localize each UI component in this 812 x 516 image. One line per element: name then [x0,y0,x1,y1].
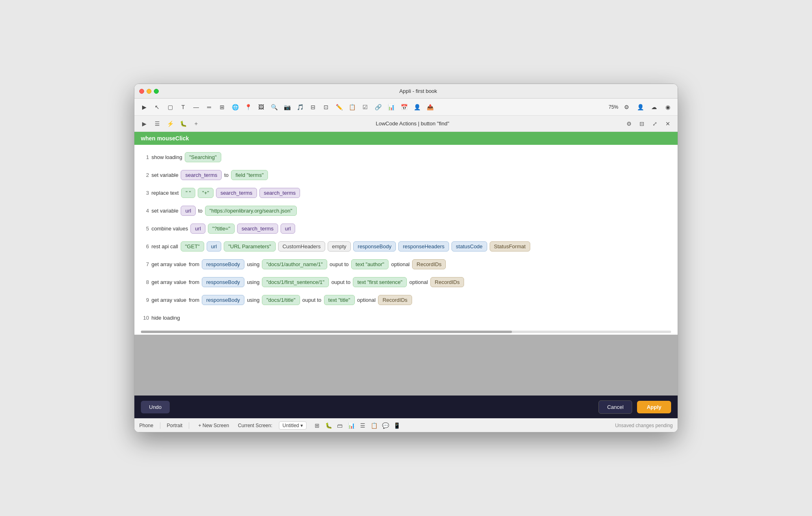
chip[interactable]: RecordIDs [378,295,412,305]
chip[interactable]: search_terms [237,224,278,234]
chip[interactable]: "Searching" [185,152,221,162]
phone-label: Phone [139,423,153,428]
chip[interactable]: "GET" [181,241,204,252]
row-label: set variable [151,208,178,214]
preview-icon[interactable]: 📱 [393,421,401,430]
chip[interactable]: responseBody [202,295,244,305]
chip[interactable]: url [207,241,221,252]
chip[interactable]: "https://openlibrary.org/search.json" [205,206,297,216]
data-icon[interactable]: 📊 [347,421,355,430]
apply-button[interactable]: Apply [637,401,671,413]
share-button[interactable]: 📤 [424,101,436,113]
status-bar: Phone Portrait + New Screen Current Scre… [134,418,678,432]
profile-icon[interactable]: ◉ [662,101,674,113]
input-button[interactable]: ⊡ [320,101,332,113]
chip[interactable]: text "author" [351,259,389,269]
text-button[interactable]: T [177,101,189,113]
split-icon[interactable]: ⊟ [637,119,647,129]
chat-icon[interactable]: 💬 [381,421,389,430]
maximize-button[interactable] [154,89,159,94]
globe-button[interactable]: 🌐 [229,101,241,113]
chip[interactable]: search_terms [216,188,257,198]
chip-plain: to [224,172,229,178]
layout-button[interactable]: ⊟ [307,101,319,113]
chip[interactable]: url [181,206,195,216]
scrollbar-thumb[interactable] [141,331,512,333]
row-number: 6 [141,243,149,249]
chip[interactable]: search_terms [259,188,300,198]
close-button[interactable] [139,89,144,94]
chip[interactable]: "docs/1/title" [262,295,300,305]
edit-button[interactable]: ✏️ [333,101,345,113]
play-button[interactable]: ▶ [138,101,150,113]
chip[interactable]: search_terms [181,170,222,180]
form-button[interactable]: 📋 [346,101,358,113]
close-icon[interactable]: ✕ [663,119,673,129]
cursor-button[interactable]: ↖ [151,101,163,113]
chart-button[interactable]: 📊 [385,101,397,113]
link-button[interactable]: 🔗 [372,101,384,113]
chip[interactable]: "?title=" [208,224,235,234]
chip[interactable]: CustomHeaders [278,241,325,252]
chip[interactable]: responseBody [353,241,396,252]
chip[interactable]: empty [328,241,351,252]
check-button[interactable]: ☑ [359,101,371,113]
copy-icon[interactable]: 📋 [370,421,378,430]
cloud-icon[interactable]: ☁ [648,101,660,113]
chip[interactable]: "+" [198,188,214,198]
chip[interactable]: "docs/1/author_name/1" [262,259,327,269]
list2-icon[interactable]: ☰ [358,421,367,430]
chip[interactable]: RecordIDs [412,259,446,269]
chip[interactable]: text "title" [324,295,355,305]
undo-button[interactable]: Undo [141,401,170,413]
add-icon[interactable]: ＋ [191,119,201,129]
db-icon[interactable]: 🗃 [336,421,344,430]
list-icon[interactable]: ☰ [152,119,162,129]
chip[interactable]: url [190,224,205,234]
screen-dropdown[interactable]: Untitled ▾ [279,421,307,430]
chip[interactable]: responseBody [202,259,244,269]
debug2-icon[interactable]: 🐛 [324,421,333,430]
chip[interactable]: RecordIDs [430,277,464,287]
play-icon[interactable]: ▶ [139,119,149,129]
settings-icon[interactable]: ⚙ [621,101,632,113]
chip[interactable]: statusCode [451,241,487,252]
actions-icon[interactable]: ⚡ [165,119,175,129]
search-button[interactable]: 🔍 [268,101,280,113]
chip[interactable]: responseBody [202,277,244,287]
media-button[interactable]: 🎵 [294,101,306,113]
using-label: using [247,261,259,267]
scrollbar-track[interactable] [141,331,671,333]
chip[interactable]: "URL Parameters" [224,241,276,252]
expand-icon[interactable]: ⤢ [650,119,660,129]
calendar-button[interactable]: 📅 [398,101,410,113]
chip[interactable]: url [281,224,295,234]
pin-button[interactable]: 📍 [242,101,254,113]
ouput-label: ouput to [330,261,349,267]
action-row: 8get array valuefromresponseBodyusing"do… [134,273,678,291]
account-icon[interactable]: 👤 [635,101,646,113]
chip[interactable]: "docs/1/first_sentence/1" [262,277,329,287]
debug-icon[interactable]: 🐛 [178,119,188,129]
cancel-button[interactable]: Cancel [598,400,632,414]
chip[interactable]: " " [181,188,195,198]
row-label: hide loading [151,315,180,321]
image-button[interactable]: 🖼 [255,101,267,113]
chip[interactable]: field "terms" [231,170,268,180]
row-number: 8 [141,279,149,285]
chip[interactable]: text "first sentence" [353,277,407,287]
rect-button[interactable]: ▢ [164,101,176,113]
row-label: combine values [151,226,188,232]
chip[interactable]: responseHeaders [398,241,449,252]
main-toolbar: ▶ ↖ ▢ T — ═ ⊞ 🌐 📍 🖼 🔍 📷 🎵 ⊟ ⊡ ✏️ 📋 ☑ 🔗 📊… [134,99,678,116]
line-button[interactable]: — [190,101,202,113]
hline-button[interactable]: ═ [203,101,215,113]
chip[interactable]: StatusFormat [490,241,530,252]
minimize-button[interactable] [147,89,151,94]
user-button[interactable]: 👤 [411,101,423,113]
new-screen-button[interactable]: + New Screen [196,421,231,430]
grid-icon[interactable]: ⊞ [313,421,321,430]
table-button[interactable]: ⊞ [216,101,228,113]
camera-button[interactable]: 📷 [281,101,293,113]
gear-icon[interactable]: ⚙ [624,119,634,129]
